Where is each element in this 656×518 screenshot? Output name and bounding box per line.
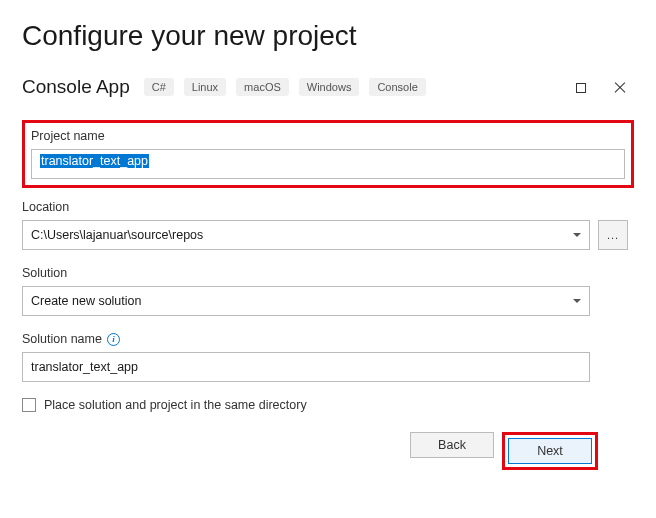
info-icon[interactable]: i	[107, 333, 120, 346]
project-type-row: Console App C# Linux macOS Windows Conso…	[22, 76, 634, 98]
chevron-down-icon	[573, 233, 581, 237]
tag-macos: macOS	[236, 78, 289, 96]
project-name-label: Project name	[31, 129, 625, 143]
close-icon[interactable]	[614, 82, 626, 94]
chevron-down-icon	[573, 299, 581, 303]
back-button[interactable]: Back	[410, 432, 494, 458]
tag-csharp: C#	[144, 78, 174, 96]
page-title: Configure your new project	[22, 20, 634, 52]
tag-windows: Windows	[299, 78, 360, 96]
solution-section: Solution Create new solution	[22, 266, 634, 316]
solution-name-input[interactable]: translator_text_app	[22, 352, 590, 382]
window-controls	[576, 82, 626, 94]
tag-linux: Linux	[184, 78, 226, 96]
checkbox-icon[interactable]	[22, 398, 36, 412]
solution-label: Solution	[22, 266, 634, 280]
project-name-input[interactable]: translator_text_app	[31, 149, 625, 179]
same-directory-label: Place solution and project in the same d…	[44, 398, 307, 412]
solution-name-section: Solution name i translator_text_app	[22, 332, 634, 382]
solution-name-label: Solution name i	[22, 332, 634, 346]
project-type-name: Console App	[22, 76, 130, 98]
location-select[interactable]: C:\Users\lajanuar\source\repos	[22, 220, 590, 250]
location-section: Location C:\Users\lajanuar\source\repos …	[22, 200, 634, 250]
next-button[interactable]: Next	[508, 438, 592, 464]
solution-select[interactable]: Create new solution	[22, 286, 590, 316]
location-label: Location	[22, 200, 634, 214]
tag-console: Console	[369, 78, 425, 96]
button-row: Back Next	[22, 432, 634, 470]
solution-value: Create new solution	[31, 294, 141, 308]
location-value: C:\Users\lajanuar\source\repos	[31, 228, 203, 242]
maximize-icon[interactable]	[576, 83, 586, 93]
next-button-highlight: Next	[502, 432, 598, 470]
project-name-highlight: Project name translator_text_app	[22, 120, 634, 188]
browse-button[interactable]: ...	[598, 220, 628, 250]
same-directory-checkbox-row[interactable]: Place solution and project in the same d…	[22, 398, 634, 412]
